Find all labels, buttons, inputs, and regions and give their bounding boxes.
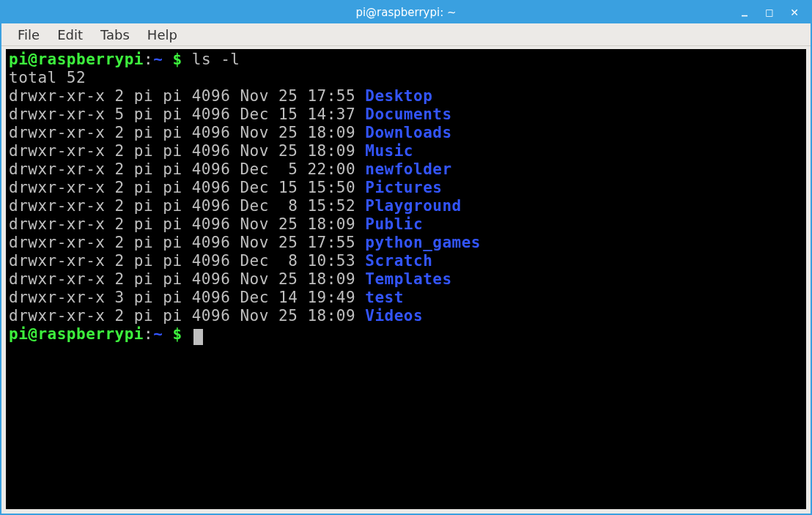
- listing-name: Downloads: [365, 124, 451, 141]
- terminal[interactable]: pi@raspberrypi:~ $ ls -ltotal 52drwxr-xr…: [6, 49, 806, 509]
- prompt-userhost: pi@raspberrypi: [9, 325, 144, 343]
- listing-meta: drwxr-xr-x 2 pi pi 4096 Nov 25 17:55: [9, 87, 365, 105]
- listing-row: drwxr-xr-x 2 pi pi 4096 Nov 25 18:09 Dow…: [9, 124, 803, 142]
- listing-name: newfolder: [365, 160, 451, 178]
- menu-file[interactable]: File: [9, 24, 48, 45]
- listing-meta: drwxr-xr-x 2 pi pi 4096 Dec 5 22:00: [9, 160, 365, 178]
- listing-row: drwxr-xr-x 2 pi pi 4096 Dec 8 15:52 Play…: [9, 197, 803, 215]
- listing-name: Public: [365, 215, 423, 233]
- listing-name: python_games: [365, 234, 481, 251]
- listing-row: drwxr-xr-x 3 pi pi 4096 Dec 14 19:49 tes…: [9, 289, 803, 307]
- listing-meta: drwxr-xr-x 3 pi pi 4096 Dec 14 19:49: [9, 289, 365, 306]
- listing-meta: drwxr-xr-x 2 pi pi 4096 Nov 25 18:09: [9, 142, 365, 160]
- listing-meta: drwxr-xr-x 2 pi pi 4096 Nov 25 17:55: [9, 234, 365, 251]
- prompt-colon: :: [144, 325, 153, 343]
- listing-row: drwxr-xr-x 2 pi pi 4096 Dec 5 22:00 newf…: [9, 160, 803, 179]
- cursor-icon: [193, 329, 203, 345]
- listing-meta: drwxr-xr-x 2 pi pi 4096 Nov 25 18:09: [9, 270, 365, 288]
- listing-row: drwxr-xr-x 2 pi pi 4096 Nov 25 18:09 Mus…: [9, 142, 803, 160]
- listing-row: drwxr-xr-x 2 pi pi 4096 Nov 25 18:09 Vid…: [9, 307, 803, 325]
- window-title: pi@raspberrypi: ~: [1, 6, 811, 19]
- listing-name: Documents: [365, 105, 451, 123]
- listing-row: drwxr-xr-x 2 pi pi 4096 Nov 25 18:09 Tem…: [9, 270, 803, 289]
- prompt-colon: :: [144, 51, 153, 68]
- titlebar: pi@raspberrypi: ~: [1, 1, 811, 23]
- listing-name: Videos: [365, 307, 423, 325]
- menu-help[interactable]: Help: [139, 24, 186, 45]
- listing-name: Templates: [365, 270, 451, 288]
- listing-row: drwxr-xr-x 2 pi pi 4096 Nov 25 17:55 Des…: [9, 87, 803, 105]
- listing-name: Scratch: [365, 252, 432, 270]
- listing-name: Playground: [365, 197, 461, 215]
- terminal-line: total 52: [9, 69, 803, 87]
- listing-row: drwxr-xr-x 2 pi pi 4096 Dec 15 15:50 Pic…: [9, 179, 803, 197]
- typed-command: ls -l: [192, 51, 240, 68]
- prompt-path: ~: [153, 51, 163, 68]
- terminal-window: pi@raspberrypi: ~ File Edit Tabs Help pi…: [0, 0, 812, 515]
- close-icon[interactable]: [789, 7, 800, 18]
- prompt-userhost: pi@raspberrypi: [9, 51, 144, 68]
- menu-tabs[interactable]: Tabs: [92, 24, 139, 45]
- minimize-icon[interactable]: [739, 7, 750, 18]
- prompt-path: ~: [153, 325, 163, 343]
- listing-meta: drwxr-xr-x 2 pi pi 4096 Nov 25 18:09: [9, 215, 365, 233]
- listing-meta: drwxr-xr-x 2 pi pi 4096 Dec 8 10:53: [9, 252, 365, 270]
- listing-row: drwxr-xr-x 5 pi pi 4096 Dec 15 14:37 Doc…: [9, 105, 803, 124]
- listing-name: Desktop: [365, 87, 432, 105]
- window-controls: [739, 7, 811, 18]
- listing-row: drwxr-xr-x 2 pi pi 4096 Dec 8 10:53 Scra…: [9, 252, 803, 270]
- terminal-line: pi@raspberrypi:~ $ ls -l: [9, 51, 803, 69]
- prompt-dollar: $: [163, 51, 191, 68]
- menu-edit[interactable]: Edit: [48, 24, 92, 45]
- menubar: File Edit Tabs Help: [1, 23, 811, 46]
- listing-meta: drwxr-xr-x 5 pi pi 4096 Dec 15 14:37: [9, 105, 365, 123]
- prompt-dollar: $: [163, 325, 191, 343]
- listing-meta: drwxr-xr-x 2 pi pi 4096 Nov 25 18:09: [9, 307, 365, 325]
- listing-name: Music: [365, 142, 413, 160]
- listing-row: drwxr-xr-x 2 pi pi 4096 Nov 25 17:55 pyt…: [9, 234, 803, 252]
- listing-row: drwxr-xr-x 2 pi pi 4096 Nov 25 18:09 Pub…: [9, 215, 803, 234]
- listing-name: Pictures: [365, 179, 442, 196]
- listing-meta: drwxr-xr-x 2 pi pi 4096 Dec 8 15:52: [9, 197, 365, 215]
- listing-name: test: [365, 289, 404, 306]
- maximize-icon[interactable]: [764, 7, 775, 18]
- terminal-output: pi@raspberrypi:~ $ ls -ltotal 52drwxr-xr…: [9, 51, 803, 344]
- listing-meta: drwxr-xr-x 2 pi pi 4096 Dec 15 15:50: [9, 179, 365, 196]
- terminal-container: pi@raspberrypi:~ $ ls -ltotal 52drwxr-xr…: [1, 46, 811, 514]
- terminal-line: pi@raspberrypi:~ $: [9, 325, 803, 344]
- listing-meta: drwxr-xr-x 2 pi pi 4096 Nov 25 18:09: [9, 124, 365, 141]
